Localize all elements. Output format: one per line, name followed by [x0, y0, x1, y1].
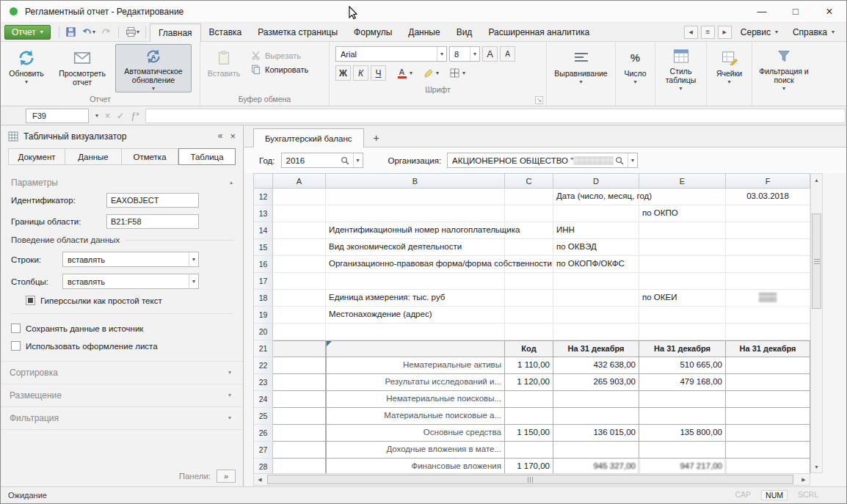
cell-B23[interactable]: Результаты исследований и...: [326, 374, 505, 391]
cell-F21[interactable]: На 31 декабря: [726, 340, 810, 357]
service-menu[interactable]: Сервис ▾: [735, 27, 784, 37]
column-header-C[interactable]: C: [505, 174, 553, 189]
cell-E23[interactable]: 479 168,00: [639, 374, 726, 391]
cell-F25[interactable]: [726, 408, 810, 425]
cell-F20[interactable]: [726, 324, 810, 340]
shrink-font-button[interactable]: А: [500, 46, 515, 62]
filter-search-button[interactable]: Фильтрация и поиск ▾: [755, 44, 813, 92]
cell-B18[interactable]: Единица измерения: тыс. руб: [326, 290, 505, 307]
redo-button[interactable]: [98, 25, 114, 40]
cell-B14[interactable]: Идентификационный номер налогоплательщик…: [326, 222, 505, 239]
panel-tab-dokument[interactable]: Документ: [8, 148, 65, 165]
cell-E17[interactable]: [639, 273, 726, 290]
row-header-19[interactable]: 19: [254, 307, 273, 324]
cell-F13[interactable]: [726, 205, 810, 222]
panel-tab-tablitsa[interactable]: Таблица: [178, 148, 236, 165]
cell-C13[interactable]: [505, 205, 553, 222]
cell-A27[interactable]: [273, 442, 326, 459]
cell-B27[interactable]: Доходные вложения в мате...: [326, 442, 505, 459]
maximize-button[interactable]: □: [779, 1, 813, 22]
grow-font-button[interactable]: А: [482, 46, 498, 62]
cell-C21[interactable]: Код: [505, 340, 553, 357]
cell-F12[interactable]: 03.03.2018: [726, 189, 810, 205]
chevron-down-icon[interactable]: ▾: [353, 153, 363, 167]
row-header-16[interactable]: 16: [254, 256, 273, 273]
row-header-20[interactable]: 20: [254, 324, 273, 340]
cell-D26[interactable]: 136 015,00: [553, 425, 639, 442]
cell-D12[interactable]: Дата (число, месяц, год): [553, 189, 639, 205]
cell-F16[interactable]: [726, 256, 810, 273]
columns-behavior-select[interactable]: вставлять ▾: [62, 274, 199, 289]
cell-A13[interactable]: [273, 205, 326, 222]
close-button[interactable]: ×: [813, 1, 846, 22]
row-header-28[interactable]: 28: [254, 459, 273, 473]
row-header-14[interactable]: 14: [254, 222, 273, 239]
auto-update-button[interactable]: A Автоматическое обновление ▾: [115, 44, 192, 92]
cell-D20[interactable]: [553, 324, 639, 340]
scroll-left-button[interactable]: ◀: [254, 474, 266, 485]
cell-B20[interactable]: [326, 324, 505, 340]
cell-C22[interactable]: 1 110,00: [505, 357, 553, 374]
cell-F14[interactable]: [726, 222, 810, 239]
cell-D27[interactable]: [553, 442, 639, 459]
scroll-down-button[interactable]: ▼: [811, 461, 822, 472]
organization-input[interactable]: АКЦИОНЕРНОЕ ОБЩЕСТВО "▒▒▒▒▒▒▒▒ ▾: [447, 153, 638, 168]
column-header-D[interactable]: D: [553, 174, 639, 189]
checkbox-unchecked[interactable]: [11, 324, 21, 333]
print-button[interactable]: ▾: [123, 25, 142, 40]
scroll-up-button[interactable]: ▲: [811, 174, 822, 186]
number-button[interactable]: % Число ▾: [619, 44, 652, 92]
cell-A24[interactable]: [273, 391, 326, 408]
cell-B28[interactable]: Финансовые вложения: [326, 459, 505, 473]
cell-E27[interactable]: [639, 442, 726, 459]
cell-A14[interactable]: [273, 222, 326, 239]
row-header-18[interactable]: 18: [254, 290, 273, 307]
cell-A23[interactable]: [273, 374, 326, 391]
cell-C23[interactable]: 1 120,00: [505, 374, 553, 391]
ribbon-prev-button[interactable]: ◀: [684, 26, 698, 39]
cell-D18[interactable]: [553, 290, 639, 307]
undo-button[interactable]: ▾: [79, 25, 98, 40]
cell-B22[interactable]: Нематериальные активы: [326, 357, 505, 374]
italic-button[interactable]: К: [353, 65, 368, 81]
cell-F23[interactable]: [726, 374, 810, 391]
cell-E12[interactable]: [639, 189, 726, 205]
filtering-section-header[interactable]: Фильтрация ▾: [1, 407, 243, 430]
sheet-tab-balance[interactable]: Бухгалтерский баланс: [253, 128, 364, 147]
tab-analitika[interactable]: Расширенная аналитика: [480, 23, 597, 41]
cell-A28[interactable]: [273, 459, 326, 473]
year-input[interactable]: 2016 ▾: [281, 153, 363, 168]
rows-behavior-select[interactable]: вставлять ▾: [62, 252, 199, 267]
cell-E25[interactable]: [639, 408, 726, 425]
cell-C27[interactable]: [505, 442, 553, 459]
cell-C15[interactable]: [505, 239, 553, 256]
cell-A20[interactable]: [273, 324, 326, 340]
cell-B12[interactable]: [326, 189, 505, 205]
cell-D15[interactable]: по ОКВЭД: [553, 239, 639, 256]
cell-E18[interactable]: по ОКЕИ: [639, 290, 726, 307]
cell-C28[interactable]: 1 170,00: [505, 459, 553, 473]
cell-reference-box[interactable]: F39: [26, 109, 89, 123]
cell-F24[interactable]: [726, 391, 810, 408]
table-style-button[interactable]: Стиль таблицы ▾: [658, 44, 703, 92]
panels-expand-button[interactable]: »: [217, 470, 236, 483]
row-header-17[interactable]: 17: [254, 273, 273, 290]
panel-collapse-button[interactable]: «: [218, 131, 223, 142]
cell-B26[interactable]: Основные средства: [326, 425, 505, 442]
cell-A22[interactable]: [273, 357, 326, 374]
cell-B24[interactable]: Нематериальные поисковы...: [326, 391, 505, 408]
spreadsheet[interactable]: ABCDEF12Дата (число, месяц, год)03.03.20…: [253, 173, 810, 473]
use-sheet-formatting-option[interactable]: Использовать оформление листа: [1, 341, 243, 351]
cell-E19[interactable]: [639, 307, 726, 324]
bold-button[interactable]: Ж: [335, 65, 351, 81]
cell-E21[interactable]: На 31 декабря: [639, 340, 726, 357]
confirm-entry-icon[interactable]: ✓: [117, 111, 124, 121]
insert-function-icon[interactable]: ƒ*: [131, 111, 139, 121]
column-header-E[interactable]: E: [639, 174, 726, 189]
row-header-25[interactable]: 25: [254, 408, 273, 425]
formula-input[interactable]: [145, 109, 846, 123]
tab-formuly[interactable]: Формулы: [346, 23, 400, 41]
cellref-dropdown-icon[interactable]: ▾: [95, 113, 98, 119]
font-size-select[interactable]: 8 ▾: [449, 46, 480, 62]
cell-B25[interactable]: Материальные поисковые а...: [326, 408, 505, 425]
